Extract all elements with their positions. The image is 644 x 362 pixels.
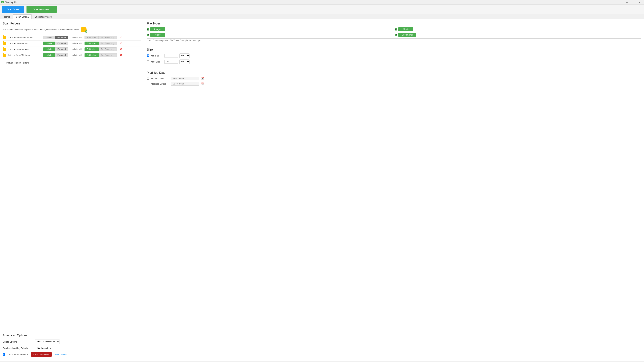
include-exclude-group: Included Excluded (43, 47, 68, 51)
excluded-button[interactable]: Excluded (55, 47, 68, 51)
remove-folder-button[interactable]: ✕ (120, 54, 122, 57)
modified-after-input[interactable] (171, 77, 199, 80)
included-button[interactable]: Included (43, 36, 55, 39)
duplicate-marking-select[interactable]: File Content File Name File Size (35, 346, 52, 350)
calendar-before-icon[interactable]: 📅 (201, 82, 204, 85)
remove-folder-button[interactable]: ✕ (120, 48, 122, 51)
delete-options-label: Delete Options (3, 341, 33, 343)
subfolders-button[interactable]: Subfolders (84, 53, 98, 57)
max-size-label[interactable]: Max Size (151, 60, 163, 63)
images-button[interactable]: Images (150, 27, 165, 31)
subfolders-button[interactable]: Subfolders (84, 36, 98, 39)
tab-scan-criteria[interactable]: Scan Criteria (13, 14, 32, 19)
scan-folders-desc: Add a folder to scan for duplicates. Onc… (3, 28, 79, 31)
file-type-music: Music (395, 27, 641, 31)
excluded-button[interactable]: Excluded (55, 36, 68, 39)
close-button[interactable]: ✕ (636, 0, 643, 4)
toolbar: Start Scan Scan completed (0, 5, 644, 14)
tab-duplicate-preview[interactable]: Duplicate Preview (32, 14, 55, 19)
min-size-label[interactable]: Min Size (151, 54, 163, 57)
modified-date-title: Modified Date (147, 71, 641, 75)
include-with-label: Include with (72, 54, 82, 56)
main-content: Scan Folders Add a folder to scan for du… (0, 19, 644, 361)
delete-options-select[interactable]: Move to Recycle Bin Permanently Delete (35, 340, 60, 344)
size-section: Size Min Size KB MB GB Max Size KB MB (144, 45, 644, 68)
file-type-documents: Documents (395, 33, 641, 37)
duplicate-marking-label: Duplicate Marking Criteria (3, 347, 33, 350)
include-hidden-checkbox[interactable] (3, 62, 5, 64)
folder-item: C:\Users\user\Pictures Included Excluded… (3, 52, 142, 58)
included-button[interactable]: Included (43, 41, 55, 45)
documents-checkbox[interactable] (395, 34, 397, 36)
max-size-checkbox[interactable] (147, 60, 149, 63)
file-types-title: File Types (147, 22, 641, 25)
tab-bar: Home Scan Criteria Duplicate Preview (0, 14, 644, 19)
modified-after-checkbox[interactable] (147, 77, 149, 80)
subfolders-group: Subfolders Top Folder only (84, 36, 116, 39)
include-exclude-group: Included Excluded (43, 36, 68, 39)
included-button[interactable]: Included (43, 53, 55, 57)
modified-before-input[interactable] (171, 82, 199, 86)
advanced-options-title: Advanced Options (3, 334, 142, 337)
top-folder-button[interactable]: Top Folder only (98, 53, 117, 57)
max-size-row: Max Size KB MB GB (147, 59, 641, 64)
top-folder-button[interactable]: Top Folder only (98, 41, 117, 45)
titlebar-controls: ─ □ ✕ (624, 0, 643, 4)
music-button[interactable]: Music (398, 27, 414, 31)
min-size-row: Min Size KB MB GB (147, 53, 641, 58)
music-checkbox[interactable] (395, 28, 397, 30)
folder-icon (3, 48, 6, 51)
right-panel: File Types Images Music Video Documents (144, 19, 644, 361)
video-button[interactable]: Video (150, 33, 165, 37)
clear-cache-button[interactable]: Clear Cache Now (31, 352, 52, 357)
add-folder-button[interactable]: + (81, 27, 86, 32)
excluded-button[interactable]: Excluded (55, 53, 68, 57)
min-size-checkbox[interactable] (147, 54, 149, 57)
restore-button[interactable]: □ (630, 0, 636, 4)
folder-path: C:\Users\user\Music (8, 42, 42, 45)
top-folder-button[interactable]: Top Folder only (98, 36, 117, 39)
subfolders-button[interactable]: Subfolders (84, 47, 98, 51)
subfolders-button[interactable]: Subfolders (84, 41, 98, 45)
documents-button[interactable]: Documents (398, 33, 416, 37)
remove-folder-button[interactable]: ✕ (120, 42, 122, 45)
tab-home[interactable]: Home (1, 14, 13, 19)
min-size-unit-select[interactable]: KB MB GB (180, 53, 190, 58)
excluded-button[interactable]: Excluded (55, 41, 68, 45)
modified-before-label[interactable]: Modified Before (151, 83, 170, 85)
include-with-label: Include with (72, 48, 82, 50)
cache-scanned-checkbox[interactable] (3, 353, 5, 356)
delete-options-row: Delete Options Move to Recycle Bin Perma… (3, 340, 142, 344)
included-button[interactable]: Included (43, 47, 55, 51)
include-hidden-label[interactable]: Include Hidden Folders (6, 61, 29, 64)
calendar-after-icon[interactable]: 📅 (201, 77, 204, 80)
subfolders-group: Subfolders Top Folder only (84, 47, 116, 51)
remove-folder-button[interactable]: ✕ (120, 36, 122, 39)
folder-icon (3, 54, 6, 57)
max-size-input[interactable] (164, 60, 178, 63)
cache-scanned-label[interactable]: Cache Scanned Data (7, 353, 28, 356)
cache-cleared-status: Cache cleared (54, 353, 66, 356)
modified-after-label[interactable]: Modified After (151, 77, 170, 80)
min-size-input[interactable] (164, 54, 178, 57)
modified-before-row: Modified Before 📅 (147, 82, 641, 86)
include-with-label: Include with (72, 42, 82, 44)
start-scan-button[interactable]: Start Scan (2, 6, 24, 13)
app-icon: C (1, 1, 4, 4)
include-exclude-group: Included Excluded (43, 53, 68, 57)
folder-path: C:\Users\user\Documents (8, 36, 42, 39)
max-size-unit-select[interactable]: KB MB GB (180, 59, 190, 64)
custom-file-types-input[interactable] (147, 38, 641, 42)
app-title: Clean My PC (5, 1, 16, 3)
scan-status: Scan completed (26, 6, 57, 13)
left-panel: Scan Folders Add a folder to scan for du… (0, 19, 144, 361)
scan-folders-title: Scan Folders (3, 22, 142, 25)
include-exclude-group: Included Excluded (43, 41, 68, 45)
images-checkbox[interactable] (147, 28, 149, 30)
modified-before-checkbox[interactable] (147, 83, 149, 85)
minimize-button[interactable]: ─ (624, 0, 630, 4)
folder-icon (3, 42, 6, 45)
video-checkbox[interactable] (147, 34, 149, 36)
top-folder-button[interactable]: Top Folder only (98, 47, 117, 51)
scan-folders-section: Scan Folders Add a folder to scan for du… (0, 19, 144, 331)
